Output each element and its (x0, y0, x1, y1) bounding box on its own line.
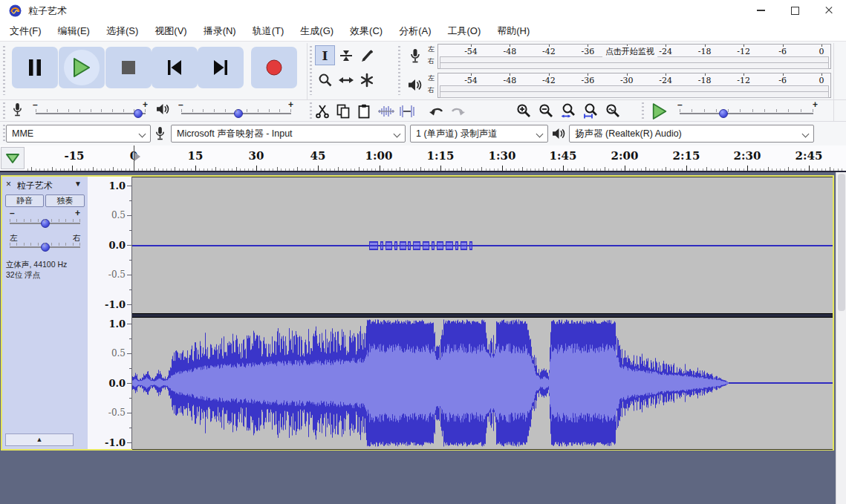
audio-host-select[interactable]: MME (6, 125, 151, 143)
menu-item-3[interactable]: 视图(V) (146, 21, 195, 41)
recording-meter-toolbar[interactable]: 左 右 -54-48-42-36-30-24-18-12-60 点击开始监视 (404, 42, 833, 70)
cut-button[interactable] (312, 101, 332, 121)
skip-to-end-button[interactable] (198, 47, 244, 88)
track-close-button[interactable]: × (6, 179, 11, 189)
playhead-cursor-flag[interactable] (134, 152, 140, 161)
play-meter-display[interactable]: -54-48-42-36-30-24-18-12-60 (437, 73, 831, 98)
close-button[interactable] (812, 0, 846, 21)
zoom-out-button[interactable] (536, 101, 556, 121)
timeline-tick (400, 167, 400, 171)
play-speed-thumb[interactable] (719, 109, 728, 118)
draw-tool-button[interactable] (357, 45, 377, 65)
record-meter-mic-button[interactable] (406, 45, 425, 67)
gain-slider[interactable] (10, 223, 80, 224)
zoom-in-button[interactable] (514, 101, 534, 121)
zoom-tool-button[interactable] (315, 70, 335, 90)
timeline-tick (36, 168, 36, 171)
recording-channels-select[interactable]: 1 (单声道) 录制声道 (410, 125, 548, 143)
menu-item-7[interactable]: 效果(C) (342, 21, 391, 41)
menu-item-6[interactable]: 生成(G) (292, 21, 342, 41)
timeline-tick (838, 168, 839, 171)
menu-item-8[interactable]: 分析(A) (391, 21, 439, 41)
minimize-button[interactable] (743, 0, 778, 21)
solo-button[interactable]: 独奏 (45, 194, 85, 207)
timeline-tick (796, 168, 797, 171)
pan-slider[interactable] (10, 246, 80, 248)
timeline-options-button[interactable] (1, 147, 25, 169)
timeline-tick (567, 168, 568, 171)
timeline-label: -15 (64, 149, 84, 163)
timeline-tick (731, 168, 732, 171)
timeline-tick (437, 168, 437, 171)
meter-scale-number: -24 (659, 47, 672, 56)
time-shift-tool-icon (339, 73, 354, 88)
timeline-ruler[interactable]: -1501530451:001:151:301:452:002:152:302:… (0, 145, 846, 172)
menu-item-0[interactable]: 文件(F) (1, 21, 50, 41)
playback-device-select[interactable]: 扬声器 (Realtek(R) Audio) (569, 125, 814, 143)
timeline-tick (649, 168, 650, 171)
stop-icon (121, 60, 136, 75)
play-button[interactable] (59, 47, 105, 88)
record-meter-display[interactable]: -54-48-42-36-30-24-18-12-60 点击开始监视 (437, 44, 831, 69)
record-button[interactable] (251, 47, 297, 88)
record-volume-slider[interactable] (36, 113, 146, 114)
timeline-tick (199, 168, 200, 171)
mute-button[interactable]: 静音 (5, 194, 44, 207)
vertical-scrollbar[interactable] (836, 172, 846, 504)
fit-project-button[interactable] (581, 101, 601, 121)
timeline-tick (224, 168, 224, 171)
play-at-speed-button[interactable] (649, 101, 669, 121)
timeline-tick (236, 167, 237, 171)
record-volume-thumb[interactable] (134, 109, 143, 118)
waveform-channel-right[interactable] (132, 318, 833, 450)
vertical-scrollbar-thumb[interactable] (838, 174, 845, 311)
selection-tool-button[interactable]: I (315, 45, 335, 65)
trim-audio-button[interactable] (376, 101, 396, 121)
time-shift-tool-button[interactable] (336, 70, 356, 90)
timeline-tick (293, 168, 294, 171)
undo-button[interactable] (426, 101, 446, 121)
envelope-tool-icon (339, 48, 354, 63)
multi-tool-button[interactable] (357, 70, 377, 90)
waveform-channel-left[interactable] (132, 177, 833, 314)
playback-volume-slider[interactable] (181, 113, 291, 114)
slider-tick (47, 109, 48, 112)
skip-to-start-button[interactable] (152, 47, 198, 88)
meter-scale-number: -6 (778, 47, 787, 56)
track-collapse-button[interactable]: ▲ (5, 433, 74, 446)
fit-selection-button[interactable] (559, 101, 579, 121)
menu-item-10[interactable]: 帮助(H) (489, 21, 538, 41)
monitor-hint-text[interactable]: 点击开始监视 (602, 46, 657, 57)
meter-scale-number: -42 (542, 76, 556, 85)
scale-label: 0.0 (108, 240, 126, 251)
menu-item-5[interactable]: 轨道(T) (244, 21, 293, 41)
maximize-button[interactable] (778, 0, 812, 21)
pause-button[interactable] (12, 47, 58, 88)
redo-button[interactable] (447, 101, 467, 121)
timeline-label: 2:00 (611, 149, 639, 163)
track-menu-button[interactable]: ▼ (74, 180, 82, 188)
vertical-scale-ruler[interactable]: 1.00.50.0-0.5-1.01.00.50.0-0.5-1.0 (88, 177, 132, 449)
menu-item-2[interactable]: 选择(S) (98, 21, 146, 41)
timeline-tick (469, 168, 470, 171)
scale-tick (129, 200, 131, 201)
play-speed-slider[interactable] (680, 113, 813, 114)
meter-scale-number: -48 (504, 76, 517, 85)
envelope-tool-button[interactable] (336, 45, 356, 65)
recording-device-select[interactable]: Microsoft 声音映射器 - Input (171, 125, 406, 143)
copy-button[interactable] (333, 101, 353, 121)
stop-button[interactable] (105, 47, 152, 88)
silence-audio-button[interactable] (397, 101, 417, 121)
menu-item-1[interactable]: 编辑(E) (50, 21, 98, 41)
track-title[interactable]: 粒子艺术 (17, 180, 72, 192)
play-meter-speaker-button[interactable] (406, 73, 425, 96)
paste-button[interactable] (354, 101, 374, 121)
playback-meter-toolbar[interactable]: 左 右 -54-48-42-36-30-24-18-12-60 (404, 71, 833, 99)
timeline-tick (207, 168, 208, 171)
timeline-tick (621, 168, 622, 171)
menu-item-4[interactable]: 播录(N) (195, 21, 244, 41)
menu-item-9[interactable]: 工具(O) (439, 21, 489, 41)
zoom-toggle-button[interactable] (603, 101, 623, 121)
play-icon (73, 58, 91, 77)
scale-tick (127, 324, 131, 324)
